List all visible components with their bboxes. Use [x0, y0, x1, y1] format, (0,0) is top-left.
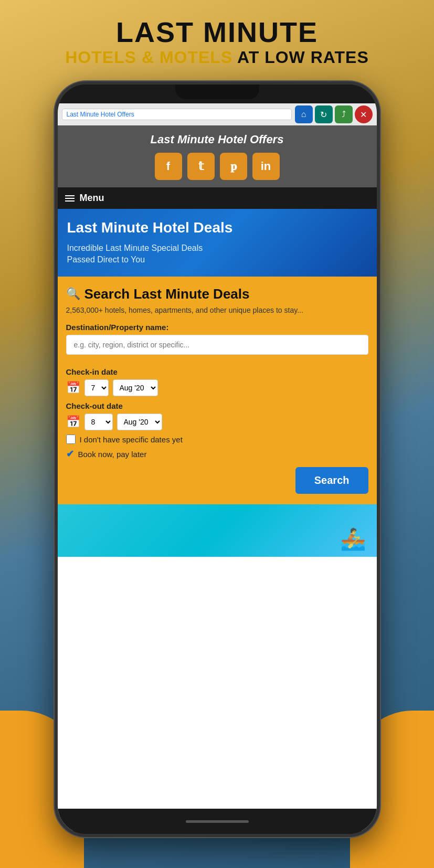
browser-close-button[interactable]: ✕: [355, 105, 373, 123]
linkedin-button[interactable]: in: [252, 153, 280, 180]
destination-input[interactable]: [66, 335, 368, 355]
twitter-button[interactable]: 𝕥: [187, 153, 215, 180]
browser-refresh-button[interactable]: ↻: [315, 105, 333, 123]
search-icon: 🔍: [66, 287, 80, 301]
checkout-day-select[interactable]: 8 9 10: [84, 414, 113, 430]
search-form-title: 🔍 Search Last Minute Deals: [66, 286, 368, 302]
nav-bar[interactable]: Menu: [58, 187, 377, 209]
browser-home-button[interactable]: ⌂: [295, 105, 313, 123]
search-button[interactable]: Search: [295, 467, 368, 494]
destination-label: Destination/Property name:: [66, 323, 368, 332]
checkout-label: Check-out date: [66, 401, 368, 410]
phone-top-bar: [58, 84, 377, 103]
checkin-calendar-icon: 📅: [66, 381, 80, 395]
phone-wrapper: Last Minute Hotel Offers ⌂ ↻ ⤴ ✕ Last Mi…: [55, 81, 380, 837]
checkout-month-select[interactable]: Aug '20 Sep '20: [117, 414, 162, 430]
social-icons: f 𝕥 𝐩 in: [65, 153, 369, 180]
no-dates-row: I don't have specific dates yet: [66, 435, 368, 444]
sub-title: HOTELS & MOTELS AT LOW RATES: [65, 48, 368, 67]
checkout-row: 📅 8 9 10 Aug '20 Sep '20: [66, 414, 368, 430]
home-indicator: [186, 820, 249, 823]
site-header-title: Last Minute Hotel Offers: [65, 133, 369, 146]
checkmark-icon: ✔: [66, 448, 74, 460]
hero-subtitle-line2: Passed Direct to You: [67, 255, 145, 264]
phone-bottom: [58, 809, 377, 834]
browser-chrome: Last Minute Hotel Offers ⌂ ↻ ⤴ ✕: [58, 103, 377, 125]
checkin-label: Check-in date: [66, 367, 368, 376]
browser-share-button[interactable]: ⤴: [335, 105, 353, 123]
hero-section: Last Minute Hotel Deals Incredible Last …: [58, 209, 377, 277]
hero-subtitle-line1: Incredible Last Minute Special Deals: [67, 244, 203, 252]
hamburger-line-1: [65, 195, 75, 196]
site-header: Last Minute Hotel Offers f 𝕥 𝐩 in: [58, 125, 377, 187]
phone-content: Last Minute Hotel Offers f 𝕥 𝐩 in Menu: [58, 125, 377, 831]
search-btn-row: Search: [66, 467, 368, 494]
nav-menu-label: Menu: [80, 193, 104, 204]
no-dates-checkbox[interactable]: [66, 435, 76, 444]
phone-shell: Last Minute Hotel Offers ⌂ ↻ ⤴ ✕ Last Mi…: [55, 81, 380, 837]
main-title: LAST MINUTE: [116, 17, 318, 48]
checkin-day-select[interactable]: 7 8 9: [84, 379, 109, 396]
pay-later-row: ✔ Book now, pay later: [66, 448, 368, 460]
checkout-calendar-icon: 📅: [66, 415, 80, 429]
browser-icons: ⌂ ↻ ⤴ ✕: [295, 105, 373, 123]
page-title-area: LAST MINUTE HOTELS & MOTELS AT LOW RATES: [0, 0, 434, 84]
sub-title-highlight: HOTELS & MOTELS: [65, 48, 232, 67]
hamburger-icon: [65, 195, 75, 202]
search-form-count: 2,563,000+ hotels, homes, apartments, an…: [66, 305, 368, 316]
hamburger-line-2: [65, 198, 75, 199]
hero-subtitle: Incredible Last Minute Special Deals Pas…: [67, 242, 367, 266]
facebook-button[interactable]: f: [155, 153, 182, 180]
bottom-image: [58, 504, 377, 557]
browser-url-bar[interactable]: Last Minute Hotel Offers: [62, 109, 292, 120]
sub-title-plain: AT LOW RATES: [232, 48, 368, 67]
checkin-row: 📅 7 8 9 Aug '20 Sep '20: [66, 379, 368, 396]
checkin-month-select[interactable]: Aug '20 Sep '20: [113, 379, 158, 396]
hero-title: Last Minute Hotel Deals: [67, 219, 367, 236]
phone-notch: [175, 84, 259, 99]
no-dates-label: I don't have specific dates yet: [80, 435, 183, 444]
pay-later-label: Book now, pay later: [78, 450, 147, 459]
search-form-title-text: Search Last Minute Deals: [84, 286, 250, 302]
search-form: 🔍 Search Last Minute Deals 2,563,000+ ho…: [58, 277, 377, 505]
hamburger-line-3: [65, 200, 75, 202]
pinterest-button[interactable]: 𝐩: [220, 153, 247, 180]
